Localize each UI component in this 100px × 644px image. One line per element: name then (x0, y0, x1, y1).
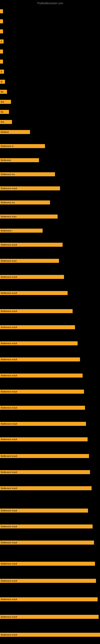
bar-row: Bottleneck result (0, 373, 83, 378)
bar-label: Bottleneck result (0, 454, 89, 458)
bar-label (0, 19, 3, 23)
bar-row: Bottleneck (0, 158, 39, 163)
bar-label: Bottleneck result (0, 390, 84, 394)
bar-label: Bottleneck res (0, 200, 50, 204)
bar-label: 6 (0, 70, 4, 74)
bar-label: Bottleneck result (0, 615, 99, 619)
bar-label: Bottleneck result (0, 437, 88, 441)
bar-label: Bottleneck result (0, 341, 78, 345)
bar-label (0, 60, 3, 64)
bar-row: Bot (0, 119, 12, 125)
bar-label: Bottleneck result (0, 325, 75, 329)
bar-label: Bottlene (0, 130, 30, 134)
bar-row: Bottleneck res (0, 200, 50, 205)
bar-label: Bottleneck result (0, 374, 83, 378)
bar-label: Bottleneck result (0, 508, 88, 512)
bar-row: Bottleneck result (0, 389, 84, 394)
bar-row (0, 59, 3, 64)
bar-label: Bottleneck res (0, 172, 55, 176)
bar-row: Bottleneck result (0, 356, 80, 362)
bar-label: Bottleneck result (0, 486, 92, 490)
bar-label: Bo (0, 110, 9, 114)
bar-label: Bottleneck result (0, 186, 60, 190)
bar-label: Bottleneck resul (0, 214, 58, 218)
bar-label: Bottleneck result (0, 633, 100, 637)
bar-row (0, 49, 3, 54)
bar-label: Bottleneck result (0, 470, 90, 474)
bar-label: Bottleneck result (0, 358, 80, 362)
bar-label: Bottleneck result (0, 579, 96, 583)
bar-label: Bot (0, 100, 11, 104)
bar-row: Bottleneck resul (0, 258, 59, 264)
bar-row: Bottleneck result (0, 561, 95, 566)
bar-label: Bottleneck result (0, 562, 95, 566)
bar-row: Bottleneck result (0, 508, 88, 514)
bar-row: Bottleneck result (0, 274, 64, 280)
bar-label: Bottleneck resul (0, 259, 59, 263)
bar-label: Bottleneck result (0, 540, 94, 544)
bar-row: Bottleneck result (0, 578, 96, 584)
bar-label: Bottleneck result (0, 275, 64, 279)
bar-label: B (0, 80, 5, 84)
bar-label: Bottleneck re (0, 144, 45, 148)
bar-label: Bottleneck result (0, 291, 68, 295)
bar-row: Bottleneck result (0, 524, 93, 529)
bar-label (0, 50, 3, 54)
bar-label: Bottleneck result (0, 243, 63, 247)
bar-row (0, 28, 3, 34)
bar-row: Bottleneck result (0, 405, 85, 410)
bar-label: 4 (0, 40, 3, 44)
bar-row: Bottleneck result (0, 242, 63, 248)
bar-row: Bottleneck result (0, 632, 100, 638)
bar-label: Bottleneck result (0, 309, 73, 313)
bar-row: Bottleneck result (0, 421, 86, 427)
bar-label: Bot (0, 120, 12, 124)
bar-row: Bottleneck result (0, 324, 75, 330)
bar-row: Bottleneck result (0, 340, 78, 346)
bar-row: Bottleneck result (0, 290, 68, 296)
bar-row: Bo (0, 109, 9, 115)
bar-row: Bottleneck result (0, 486, 92, 491)
bar-row: Bottleneck result (0, 614, 99, 620)
bar-row (0, 8, 3, 14)
bar-label: Bottleneck result (0, 406, 85, 410)
bar-label: Bottleneck result (0, 597, 98, 601)
bar-row: Bottleneck result (0, 308, 73, 314)
bar-row: Bot (0, 99, 11, 105)
bar-label: Bo (0, 90, 7, 94)
bar-row: Bottleneck result (0, 186, 60, 191)
bar-row (0, 18, 3, 24)
bar-label: Bottleneck r (0, 228, 43, 233)
bar-label (0, 30, 3, 34)
bar-row: Bottleneck re (0, 143, 45, 149)
bar-row: 6 (0, 69, 4, 74)
bar-label: Bottleneck result (0, 422, 86, 426)
bar-row: Bottleneck result (0, 436, 88, 442)
bar-row: Bottleneck result (0, 596, 98, 602)
bar-row: Bottleneck res (0, 172, 55, 177)
site-title: TheBottlenecker.com (0, 0, 100, 6)
bar-row: Bottlene (0, 129, 30, 135)
bar-row: Bottleneck result (0, 469, 90, 475)
bar-row: Bottleneck resul (0, 214, 58, 219)
bar-label (0, 9, 3, 13)
bar-label: Bottleneck result (0, 524, 93, 528)
bar-row: Bottleneck result (0, 540, 94, 546)
bar-label: Bottleneck (0, 158, 39, 162)
bar-row: Bottleneck r (0, 228, 43, 234)
bar-row: Bo (0, 89, 7, 94)
bar-row: B (0, 79, 5, 84)
bar-row: 4 (0, 39, 3, 44)
bar-row: Bottleneck result (0, 453, 89, 459)
